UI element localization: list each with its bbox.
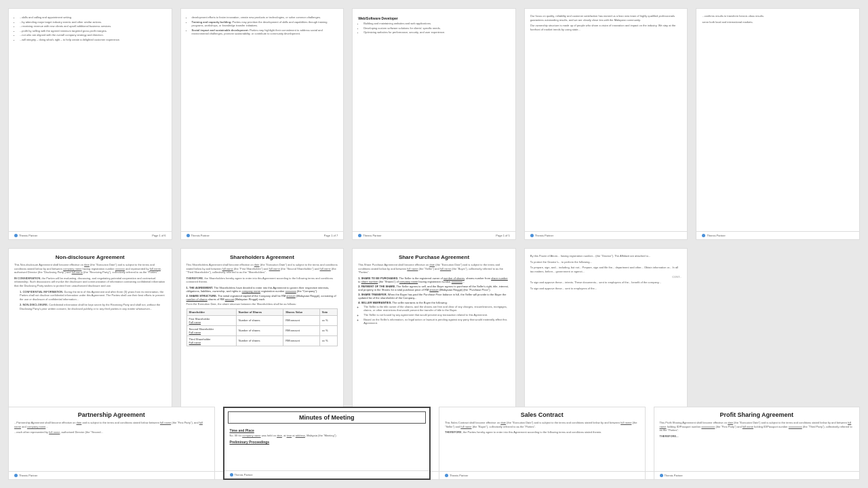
- brand-partnership: Themis Partner: [14, 474, 37, 477]
- brand-sales-rep: Themis Partner: [14, 234, 37, 237]
- doc-content-business: development efforts to foster innovation…: [181, 9, 344, 231]
- doc-footer-web: Themis Partner Page 1 of 5: [353, 231, 515, 239]
- doc-card-sales-contract[interactable]: Sales Contract This Sales Contract shall…: [439, 407, 646, 480]
- doc-footer-profit: Themis Partner: [654, 471, 860, 479]
- share-purchase-title: Share Purchase Agreement: [358, 254, 510, 260]
- brand-sales: Themis Partner: [445, 474, 468, 477]
- brand-name: Themis Partner: [363, 234, 381, 237]
- minutes-title-box: Minutes of Meeting: [228, 411, 427, 424]
- brand-name: Themis Partner: [535, 234, 553, 237]
- table-row: Second ShareholderFull name Number of sh…: [186, 325, 338, 336]
- shareholders-table: Shareholder Number of Shares Shares Valu…: [186, 308, 338, 346]
- brand-dot: [14, 474, 18, 477]
- doc-card-sales-rep[interactable]: ...skills and calling and appointment se…: [8, 8, 172, 240]
- doc-footer-sales: Themis Partner: [439, 471, 645, 479]
- time-place-label: Time and Place: [230, 428, 425, 432]
- doc-card-company-profile[interactable]: Our focus on quality, reliability and cu…: [524, 8, 688, 240]
- sales-contract-title: Sales Contract: [445, 411, 639, 418]
- col-value: Shares Value: [283, 308, 320, 315]
- brand-minutes: Themis Partner: [230, 473, 253, 476]
- table-row: First ShareholderFull name Number of sha…: [186, 315, 338, 325]
- doc-footer-sales-rep: Themis Partner Page 1 of 6: [9, 231, 172, 239]
- brand-name: Themis Partner: [665, 474, 683, 477]
- brand-dot: [14, 234, 18, 237]
- doc-content-sales: Sales Contract This Sales Contract shall…: [439, 407, 645, 471]
- profit-sharing-title: Profit Sharing Agreement: [660, 411, 854, 418]
- brand-dot: [530, 234, 534, 237]
- brand-profit: Themis Partner: [660, 474, 683, 477]
- partnership-title: Partnership Agreement: [14, 411, 209, 418]
- shareholders-title: Shareholders Agreement: [186, 254, 338, 260]
- brand-name: Themis Partner: [19, 474, 37, 477]
- doc-footer-business: Themis Partner Page 1 of 7: [181, 231, 344, 239]
- brand-company: Themis Partner: [530, 234, 553, 237]
- web-section-title: Web/Software Developer: [358, 16, 510, 20]
- doc-content-overflow: ...confirms results to transform best-in…: [696, 9, 859, 231]
- page-number: Page 1 of 5: [496, 234, 509, 237]
- doc-card-overflow[interactable]: ...confirms results to transform best-in…: [696, 8, 860, 240]
- table-row: Third ShareholderFull name Number of sha…: [186, 336, 338, 346]
- doc-footer-minutes: Themis Partner: [224, 470, 430, 479]
- doc-card-partnership[interactable]: Partnership Agreement ...Partnership Agr…: [8, 407, 215, 480]
- doc-content-minutes: Time and Place No. 99 for company name w…: [224, 427, 430, 470]
- brand-dot: [660, 474, 663, 477]
- doc-content-web: Web/Software Developer Building and main…: [353, 9, 515, 231]
- doc-card-business[interactable]: development efforts to foster innovation…: [180, 8, 344, 240]
- doc-content-partnership: Partnership Agreement ...Partnership Agr…: [9, 407, 214, 471]
- page-number: Page 1 of 6: [152, 234, 165, 237]
- brand-dot: [230, 473, 233, 476]
- brand-overflow: Themis Partner: [702, 234, 725, 237]
- doc-footer-company: Themis Partner: [525, 231, 688, 239]
- doc-card-profit-sharing[interactable]: Profit Sharing Agreement This Profit Sha…: [654, 407, 861, 480]
- brand-name: Themis Partner: [235, 473, 253, 476]
- page-number: Page 1 of 7: [324, 234, 338, 237]
- brand-dot: [358, 234, 361, 237]
- doc-card-web[interactable]: Web/Software Developer Building and main…: [352, 8, 516, 240]
- doc-footer-partnership: Themis Partner: [9, 471, 214, 479]
- brand-business: Themis Partner: [186, 234, 210, 237]
- brand-name: Themis Partner: [19, 234, 37, 237]
- brand-web: Themis Partner: [358, 234, 381, 237]
- col-shares: Number of Shares: [236, 308, 283, 315]
- doc-content-profit: Profit Sharing Agreement This Profit Sha…: [654, 407, 860, 471]
- brand-dot: [186, 234, 190, 237]
- brand-name: Themis Partner: [450, 474, 468, 477]
- brand-name: Themis Partner: [191, 234, 210, 237]
- brand-dot: [445, 474, 448, 477]
- minutes-title: Minutes of Meeting: [299, 414, 355, 421]
- brand-dot: [702, 234, 705, 237]
- nda-title: Non-disclosure Agreement: [14, 254, 166, 260]
- doc-content-sales-rep: ...skills and calling and appointment se…: [9, 9, 172, 231]
- doc-card-minutes[interactable]: Minutes of Meeting Time and Place No. 99…: [223, 407, 431, 480]
- col-shareholder: Shareholder: [186, 308, 236, 315]
- preliminary-label: Preliminary Proceedings: [230, 440, 425, 444]
- col-vote: Vote: [319, 308, 337, 315]
- brand-name: Themis Partner: [707, 234, 725, 237]
- doc-content-company: Our focus on quality, reliability and cu…: [525, 9, 688, 231]
- doc-footer-overflow: Themis Partner: [696, 231, 859, 239]
